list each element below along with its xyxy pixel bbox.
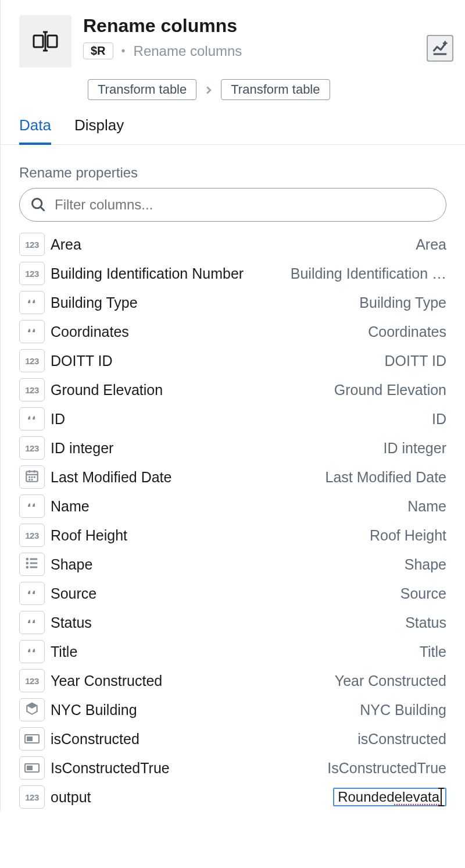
column-row[interactable]: 123Year ConstructedYear Constructed [19,666,446,695]
column-target[interactable]: Status [405,614,446,631]
number-type-icon: 123 [19,378,45,401]
column-row[interactable]: StatusStatus [19,608,446,637]
string-type-icon [19,640,45,663]
number-type-icon: 123 [19,524,45,547]
string-type-icon [19,291,45,314]
string-type-icon [19,495,45,518]
column-row[interactable]: NameName [19,492,446,521]
column-row[interactable]: 123Ground ElevationGround Elevation [19,375,446,404]
column-row[interactable]: SourceSource [19,579,446,608]
breadcrumb-item[interactable]: Transform table [221,79,330,100]
number-type-icon: 123 [19,233,45,256]
column-target[interactable]: Ground Elevation [334,382,446,399]
column-row[interactable]: CoordinatesCoordinates [19,317,446,346]
svg-point-21 [26,566,28,568]
number-type-icon: 123 [19,785,45,809]
column-name: Title [51,643,77,660]
tab-display[interactable]: Display [74,116,124,144]
column-row[interactable]: NYC BuildingNYC Building [19,695,446,724]
column-name: Building Type [51,294,138,311]
string-type-icon [19,320,45,343]
svg-point-13 [31,476,33,478]
column-target[interactable]: DOITT ID [385,353,446,369]
column-row[interactable]: IDID [19,404,446,433]
list-type-icon [19,553,45,576]
breadcrumb: Transform table Transform table [1,72,465,111]
filter-columns-box[interactable] [19,188,446,222]
column-name: Building Identification Number [51,265,244,282]
svg-point-6 [33,199,42,208]
column-row[interactable]: ShapeShape [19,550,446,579]
boolean-type-icon [19,727,45,750]
rename-columns-icon [19,15,71,67]
column-row[interactable]: 123ID integerID integer [19,433,446,463]
column-target[interactable]: Coordinates [368,323,446,340]
column-name: ID integer [51,440,113,457]
section-label: Rename properties [1,145,465,188]
column-target[interactable]: Shape [405,556,446,573]
tab-data[interactable]: Data [19,116,51,145]
column-row[interactable]: TitleTitle [19,637,446,666]
chart-plus-icon [431,40,449,57]
breadcrumb-item[interactable]: Transform table [88,79,196,100]
column-row[interactable]: 123Roof HeightRoof Height [19,521,446,550]
number-type-icon: 123 [19,262,45,285]
column-name: Coordinates [51,323,129,340]
number-type-icon: 123 [19,669,45,692]
svg-point-14 [34,476,35,478]
string-type-icon [19,611,45,634]
search-icon [30,197,46,213]
svg-rect-0 [34,35,43,47]
column-row[interactable]: isConstructedisConstructed [19,724,446,753]
column-name: Area [51,236,81,253]
chart-button[interactable] [427,35,453,62]
column-target[interactable]: Area [416,236,446,253]
column-name: output [51,789,91,806]
svg-point-16 [31,479,33,480]
column-row[interactable]: 123DOITT IDDOITT ID [19,346,446,375]
column-row[interactable]: IsConstructedTrueIsConstructedTrue [19,753,446,782]
text-cursor-icon [441,789,442,805]
column-name: Name [51,498,90,515]
column-target[interactable]: Building Identification … [291,265,446,282]
column-name: isConstructed [51,731,140,748]
column-target[interactable]: NYC Building [360,702,446,718]
svg-rect-1 [48,35,57,47]
page-title: Rename columns [83,15,427,37]
svg-point-15 [29,479,30,480]
column-name: Source [51,585,96,602]
column-row[interactable]: Building TypeBuilding Type [19,288,446,317]
column-name: ID [51,411,65,428]
column-row[interactable]: 123Building Identification NumberBuildin… [19,259,446,288]
column-target[interactable]: IsConstructedTrue [327,760,446,777]
column-target[interactable]: Rounded elevata [333,788,446,806]
r-badge: $R [83,42,113,59]
number-type-icon: 123 [19,349,45,372]
column-target[interactable]: ID integer [384,440,446,457]
column-target[interactable]: Building Type [359,294,446,311]
filter-columns-input[interactable] [55,197,435,213]
column-row[interactable]: 123outputRounded elevata [19,782,446,812]
svg-line-7 [41,207,45,211]
column-name: Status [51,614,92,631]
number-type-icon: 123 [19,436,45,460]
svg-point-12 [29,476,30,478]
column-target[interactable]: Last Modified Date [326,469,446,486]
subtitle-text: Rename columns [134,43,242,59]
column-target[interactable]: Year Constructed [335,673,446,689]
date-type-icon [19,465,45,489]
column-target[interactable]: Title [420,643,446,660]
column-name: Year Constructed [51,673,162,689]
string-type-icon [19,582,45,605]
column-target[interactable]: Source [400,585,446,602]
boolean-type-icon [19,756,45,780]
column-row[interactable]: 123AreaArea [19,230,446,259]
column-target[interactable]: isConstructed [357,731,446,748]
column-name: IsConstructedTrue [51,760,170,777]
column-target[interactable]: Name [407,498,446,515]
svg-point-19 [26,562,28,564]
column-row[interactable]: Last Modified DateLast Modified Date [19,463,446,492]
column-target[interactable]: Roof Height [370,527,446,544]
column-name: Last Modified Date [51,469,171,486]
column-target[interactable]: ID [432,411,446,428]
